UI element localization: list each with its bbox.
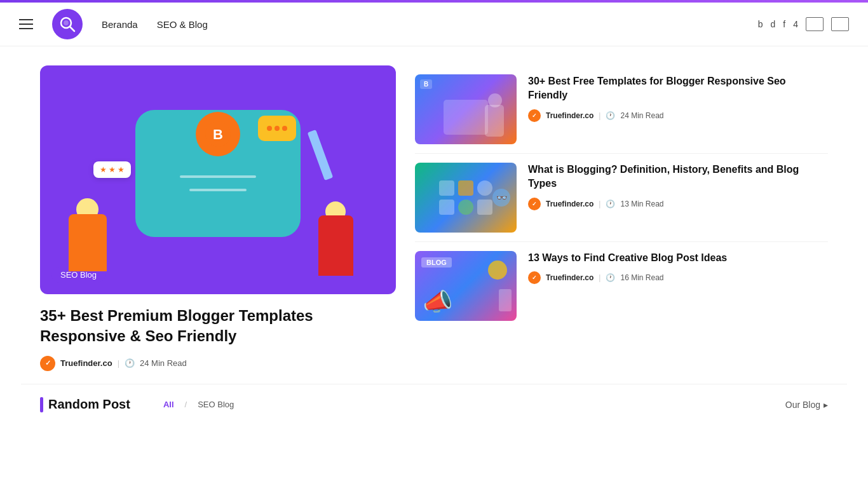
illus-person-girl bbox=[69, 214, 107, 271]
thumb-laptop-shape bbox=[444, 100, 488, 135]
featured-read-time: 24 Min Read bbox=[140, 358, 187, 368]
illus-blogger-icon: B bbox=[196, 112, 240, 156]
sidebar-sep-1: | bbox=[599, 111, 600, 120]
header-icon-f[interactable]: f bbox=[783, 19, 785, 29]
filter-tab-all[interactable]: All bbox=[156, 397, 182, 412]
our-blog-label: Our Blog bbox=[785, 400, 820, 410]
filter-separator: / bbox=[185, 400, 187, 409]
thumb-head-shape bbox=[488, 93, 502, 107]
sidebar-post-3[interactable]: BLOG 📣 13 Ways to Find Creative Blog Pos… bbox=[415, 242, 828, 330]
sidebar-title-1[interactable]: 30+ Best Free Templates for Blogger Resp… bbox=[528, 74, 828, 103]
svg-point-2 bbox=[64, 20, 69, 25]
thumb-megaphone-icon: 📣 bbox=[423, 288, 452, 316]
sidebar-meta-1: ✓ Truefinder.co | 🕐 24 Min Read bbox=[528, 109, 828, 122]
thumb-person-small bbox=[499, 289, 512, 311]
sidebar-thumb-3: BLOG 📣 bbox=[415, 251, 517, 321]
check-icon-1: ✓ bbox=[532, 112, 537, 119]
featured-image-wrapper[interactable]: B ★ ★ ★ bbox=[40, 65, 396, 294]
check-icon-2: ✓ bbox=[532, 201, 537, 207]
illus-line-1 bbox=[180, 175, 256, 178]
illus-line-2 bbox=[189, 189, 247, 191]
sidebar-avatar-3: ✓ bbox=[528, 271, 541, 284]
sidebar-sep-2: | bbox=[599, 200, 600, 208]
hamburger-menu[interactable] bbox=[19, 19, 33, 29]
logo-circle bbox=[52, 9, 83, 39]
svg-text:B: B bbox=[213, 126, 223, 142]
check-icon: ✓ bbox=[45, 359, 51, 367]
sidebar-clock-3: 🕐 bbox=[606, 273, 615, 282]
featured-post: B ★ ★ ★ bbox=[40, 65, 396, 371]
meta-separator-1: | bbox=[118, 358, 119, 368]
illus-chat-bubble bbox=[258, 116, 296, 141]
sidebar-title-3[interactable]: 13 Ways to Find Creative Blog Post Ideas bbox=[528, 251, 828, 265]
thumb-image-1: B bbox=[415, 74, 517, 144]
featured-author-avatar: ✓ bbox=[40, 356, 55, 371]
sidebar-avatar-1: ✓ bbox=[528, 109, 541, 122]
bottom-section: Random Post All / SEO Blog Our Blog ▸ bbox=[21, 384, 847, 425]
sidebar-read-3: 16 Min Read bbox=[620, 273, 663, 282]
grid-cell bbox=[458, 180, 473, 196]
sidebar-author-2[interactable]: Truefinder.co bbox=[546, 200, 593, 208]
sidebar-post-1[interactable]: B 30+ Best Free Templates for Blogger Re… bbox=[415, 65, 828, 154]
sidebar-content-3: 13 Ways to Find Creative Blog Post Ideas… bbox=[528, 251, 828, 284]
header-icon-4[interactable]: 4 bbox=[793, 19, 798, 29]
thumb-badge-1: B bbox=[420, 79, 432, 89]
sidebar-author-3[interactable]: Truefinder.co bbox=[546, 273, 593, 282]
thumb-circle-deco bbox=[488, 261, 507, 280]
sidebar-author-1[interactable]: Truefinder.co bbox=[546, 111, 593, 120]
sidebar-thumb-1: B bbox=[415, 74, 517, 144]
featured-author-name[interactable]: Truefinder.co bbox=[60, 358, 112, 368]
our-blog-chevron: ▸ bbox=[824, 400, 828, 410]
filter-tab-seo[interactable]: SEO Blog bbox=[190, 397, 241, 412]
random-post-label: Random Post bbox=[48, 397, 130, 412]
nav-seo-blog[interactable]: SEO & Blog bbox=[157, 19, 208, 30]
check-icon-3: ✓ bbox=[532, 274, 537, 281]
thumb-icons-grid bbox=[433, 174, 499, 221]
illus-pencil bbox=[308, 130, 334, 180]
sidebar-clock-1: 🕐 bbox=[606, 111, 615, 120]
thumb-blog-label: BLOG bbox=[421, 257, 452, 268]
header-box-icon-1[interactable] bbox=[806, 17, 824, 31]
our-blog-link[interactable]: Our Blog ▸ bbox=[785, 400, 828, 410]
site-header: Beranda SEO & Blog b d f 4 bbox=[0, 3, 868, 46]
sidebar-posts: B 30+ Best Free Templates for Blogger Re… bbox=[415, 65, 828, 371]
thumb-person-circle: 👓 bbox=[492, 189, 510, 207]
sidebar-read-1: 24 Min Read bbox=[620, 111, 663, 120]
illustration-container: B ★ ★ ★ bbox=[40, 65, 396, 294]
thumb-image-2: 👓 bbox=[415, 163, 517, 233]
thumb-person-shape bbox=[485, 105, 504, 137]
illus-stars: ★ ★ ★ bbox=[93, 161, 131, 178]
featured-post-meta: ✓ Truefinder.co | 🕐 24 Min Read bbox=[40, 356, 396, 371]
sidebar-meta-3: ✓ Truefinder.co | 🕐 16 Min Read bbox=[528, 271, 828, 284]
logo-icon bbox=[58, 15, 76, 33]
grid-cell bbox=[439, 200, 454, 215]
sidebar-content-1: 30+ Best Free Templates for Blogger Resp… bbox=[528, 74, 828, 122]
header-right-icons: b d f 4 bbox=[758, 17, 849, 31]
main-nav: Beranda SEO & Blog bbox=[102, 19, 208, 30]
grid-cell bbox=[439, 180, 454, 196]
thumb-image-3: BLOG 📣 bbox=[415, 251, 517, 321]
sidebar-post-2[interactable]: 👓 What is Blogging? Definition, History,… bbox=[415, 154, 828, 242]
grid-cell bbox=[477, 180, 492, 196]
clock-icon: 🕐 bbox=[125, 358, 135, 368]
site-logo[interactable] bbox=[52, 9, 83, 39]
sidebar-avatar-2: ✓ bbox=[528, 198, 541, 210]
main-content: B ★ ★ ★ bbox=[21, 46, 847, 384]
featured-title[interactable]: 35+ Best Premium Blogger Templates Respo… bbox=[40, 306, 396, 347]
grid-cell bbox=[477, 200, 492, 215]
sidebar-title-2[interactable]: What is Blogging? Definition, History, B… bbox=[528, 163, 828, 191]
header-icon-b[interactable]: b bbox=[758, 19, 763, 29]
featured-image: B ★ ★ ★ bbox=[40, 65, 396, 294]
sidebar-meta-2: ✓ Truefinder.co | 🕐 13 Min Read bbox=[528, 198, 828, 210]
grid-cell bbox=[458, 200, 473, 215]
sidebar-content-2: What is Blogging? Definition, History, B… bbox=[528, 163, 828, 210]
sidebar-clock-2: 🕐 bbox=[606, 200, 615, 208]
accent-bar-side bbox=[40, 397, 43, 412]
sidebar-sep-3: | bbox=[599, 273, 600, 282]
filter-tabs: All / SEO Blog bbox=[156, 397, 241, 412]
sidebar-thumb-2: 👓 bbox=[415, 163, 517, 233]
svg-line-1 bbox=[70, 27, 74, 31]
nav-beranda[interactable]: Beranda bbox=[102, 19, 138, 30]
header-box-icon-2[interactable] bbox=[831, 17, 849, 31]
header-icon-d[interactable]: d bbox=[771, 19, 776, 29]
